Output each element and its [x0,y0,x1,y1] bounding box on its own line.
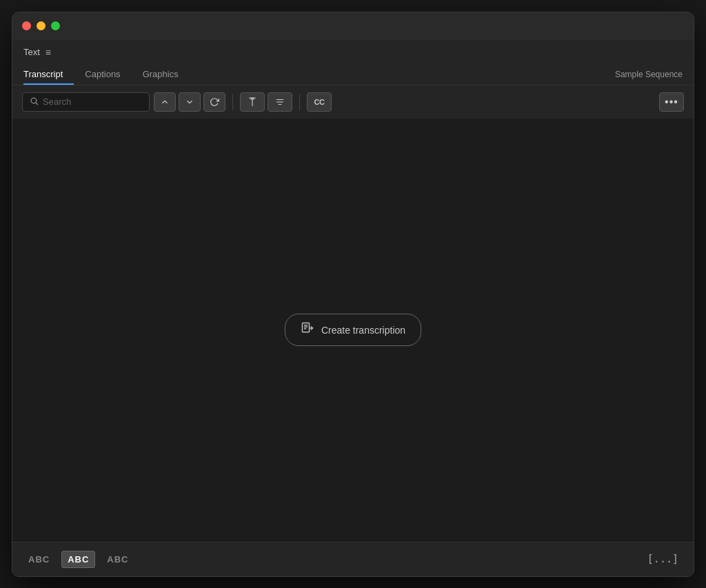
create-transcription-label: Create transcription [321,325,405,336]
tab-transcript[interactable]: Transcript [23,65,74,85]
tab-graphics[interactable]: Graphics [132,65,190,85]
abc-button-1[interactable]: ABC [22,551,56,568]
tabs-container: Transcript Captions Graphics [23,65,190,85]
titlebar [12,12,694,40]
sequence-label: Sample Sequence [615,70,683,85]
minimize-button[interactable] [37,21,46,30]
bottom-bar: ABC ABC ABC [...] [12,542,694,576]
prev-button[interactable] [154,92,176,112]
next-button[interactable] [179,92,201,112]
abc-button-2[interactable]: ABC [61,551,95,568]
divider-2 [299,94,300,110]
align-button-group [240,92,292,112]
search-input[interactable] [43,97,132,107]
more-button[interactable]: ••• [659,92,684,112]
search-icon [30,97,39,108]
align-bottom-button[interactable] [268,92,292,112]
create-transcription-button[interactable]: Create transcription [285,314,421,346]
toolbar: CC ••• [12,85,694,119]
svg-rect-8 [302,323,309,332]
cc-icon: CC [314,98,325,106]
svg-line-1 [36,102,38,104]
search-box[interactable] [22,92,150,112]
abc-button-3[interactable]: ABC [101,551,134,568]
content-area: Create transcription [12,119,694,542]
panel-menu-icon[interactable]: ≡ [46,47,51,58]
align-top-button[interactable] [240,92,265,112]
cc-button[interactable]: CC [307,92,332,112]
close-button[interactable] [22,21,31,30]
panel-header: Text ≡ Transcript Captions Graphics Samp… [12,40,694,85]
tabs-row: Transcript Captions Graphics Sample Sequ… [23,65,683,85]
panel-title-row: Text ≡ [23,47,683,58]
bracket-button[interactable]: [...] [642,550,684,568]
svg-point-0 [31,98,37,103]
main-window: Text ≡ Transcript Captions Graphics Samp… [12,12,694,577]
refresh-button[interactable] [203,92,225,112]
panel-title: Text [23,47,40,57]
divider-1 [232,94,233,110]
nav-button-group [154,92,225,112]
maximize-button[interactable] [51,21,60,30]
transcription-icon [301,321,314,338]
tab-captions[interactable]: Captions [74,65,131,85]
